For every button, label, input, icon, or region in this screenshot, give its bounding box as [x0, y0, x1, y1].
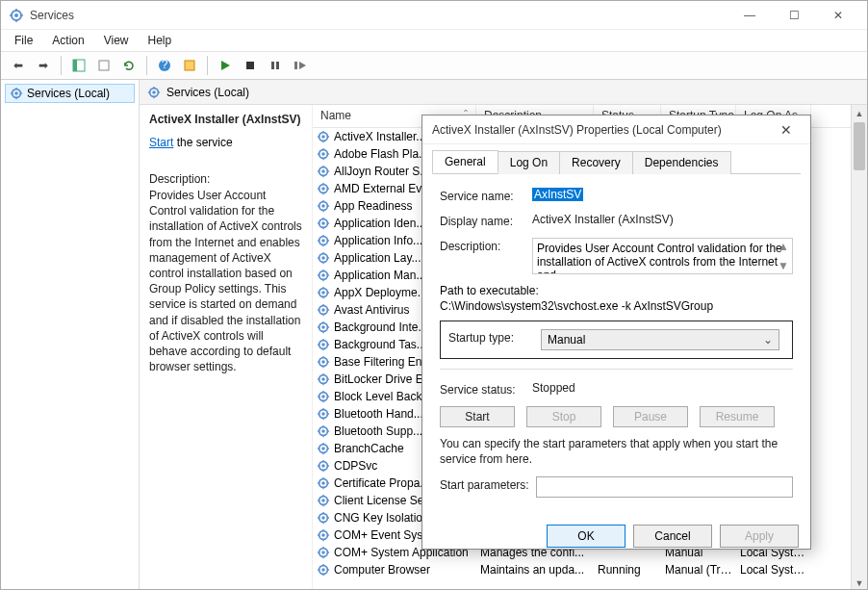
gear-icon	[317, 563, 330, 577]
gear-icon	[317, 269, 330, 282]
path-label: Path to executable:	[440, 284, 793, 297]
service-name-label: Service name:	[440, 188, 532, 203]
gear-icon	[317, 147, 330, 161]
back-button[interactable]: ⬅	[7, 54, 30, 77]
gear-icon	[317, 476, 330, 490]
service-status-value: Stopped	[532, 381, 793, 395]
service-row[interactable]: Computer BrowserMaintains an upda...Runn…	[313, 561, 867, 578]
minimize-button[interactable]: —	[728, 2, 771, 29]
tab-recovery[interactable]: Recovery	[559, 151, 633, 174]
service-name: CNG Key Isolatio...	[334, 511, 432, 525]
help-button[interactable]: ?	[153, 54, 176, 77]
description-text: Provides User Account Control validation…	[149, 188, 302, 374]
start-button[interactable]: Start	[440, 406, 515, 427]
svg-rect-13	[271, 62, 274, 69]
tree-pane: Services (Local)	[1, 80, 140, 590]
gear-icon	[317, 511, 330, 525]
properties-button[interactable]	[178, 54, 201, 77]
startup-type-value: Manual	[548, 333, 585, 346]
tree-root-services-local[interactable]: Services (Local)	[5, 84, 135, 103]
divider	[440, 369, 793, 370]
pause-button: Pause	[613, 406, 688, 427]
start-suffix: the service	[173, 136, 232, 149]
menu-file[interactable]: File	[7, 32, 40, 49]
selected-service-name: ActiveX Installer (AxInstSV)	[149, 113, 302, 126]
service-name: Background Tas...	[334, 338, 426, 351]
toolbar-separator	[146, 56, 147, 75]
service-name: Bluetooth Supp...	[334, 424, 422, 438]
svg-rect-7	[73, 60, 77, 71]
menu-help[interactable]: Help	[140, 32, 180, 49]
gear-icon	[317, 130, 330, 143]
start-params-label: Start parameters:	[440, 476, 536, 492]
start-service-line: Start the service	[149, 136, 302, 149]
tab-general[interactable]: General	[432, 150, 498, 173]
vertical-scrollbar[interactable]: ▲ ▼	[851, 105, 867, 590]
tab-dependencies[interactable]: Dependencies	[632, 151, 731, 174]
toolbar: ⬅ ➡ ?	[1, 51, 867, 80]
gear-icon	[10, 87, 23, 100]
gear-icon	[317, 182, 330, 195]
dialog-titlebar[interactable]: ActiveX Installer (AxInstSV) Properties …	[422, 115, 810, 144]
restart-service-button[interactable]	[289, 54, 312, 77]
service-name: BranchCache	[334, 442, 404, 455]
start-service-button[interactable]	[214, 54, 237, 77]
scroll-up-icon[interactable]: ▲	[778, 240, 791, 253]
detail-pane: ActiveX Installer (AxInstSV) Start the s…	[140, 105, 313, 590]
scroll-down-icon[interactable]: ▼	[852, 575, 867, 590]
menubar: File Action View Help	[1, 30, 867, 51]
apply-button: Apply	[720, 525, 799, 548]
startup-type-select[interactable]: Manual ⌄	[541, 329, 779, 350]
help-icon: ?	[158, 59, 171, 72]
maximize-button[interactable]: ☐	[773, 2, 815, 29]
service-name: ActiveX Installer...	[334, 130, 425, 143]
svg-rect-11	[185, 61, 194, 70]
tab-logon[interactable]: Log On	[498, 151, 560, 174]
gear-icon	[317, 217, 330, 230]
svg-rect-15	[294, 62, 297, 69]
stop-service-button[interactable]	[239, 54, 262, 77]
properties-dialog: ActiveX Installer (AxInstSV) Properties …	[421, 115, 811, 550]
service-name: Certificate Propa...	[334, 476, 429, 490]
dialog-tabs: General Log On Recovery Dependencies	[422, 144, 810, 173]
dialog-body: Service name: AxInstSV Display name: Act…	[432, 173, 801, 515]
service-name: CDPSvc	[334, 459, 377, 473]
toolbar-separator	[207, 56, 208, 75]
gear-icon	[317, 390, 330, 403]
ok-button[interactable]: OK	[547, 525, 625, 548]
dialog-close-button[interactable]: ✕	[772, 115, 801, 144]
cancel-button[interactable]: Cancel	[633, 525, 712, 548]
svg-text:?: ?	[162, 59, 168, 71]
service-name: Application Iden...	[334, 217, 425, 230]
service-name: COM+ Event Sys...	[334, 528, 432, 542]
dlg-description-box[interactable]: Provides User Account Control validation…	[532, 238, 793, 274]
scroll-up-icon[interactable]: ▲	[852, 105, 867, 121]
export-button[interactable]	[92, 54, 115, 77]
pause-service-button[interactable]	[264, 54, 287, 77]
gear-icon	[317, 165, 330, 178]
forward-button[interactable]: ➡	[32, 54, 55, 77]
menu-action[interactable]: Action	[44, 32, 91, 49]
service-name: BitLocker Drive E...	[334, 372, 433, 386]
gear-icon	[317, 234, 330, 247]
gear-icon	[317, 424, 330, 438]
scroll-thumb[interactable]	[854, 122, 865, 170]
scroll-down-icon[interactable]: ▼	[778, 259, 791, 272]
service-name-value[interactable]: AxInstSV	[532, 188, 583, 201]
show-hide-tree-button[interactable]	[67, 54, 90, 77]
display-name-label: Display name:	[440, 213, 532, 228]
svg-rect-12	[246, 62, 254, 69]
restart-icon	[294, 60, 307, 71]
refresh-button[interactable]	[117, 54, 140, 77]
service-startup: Manual (Trig...	[661, 563, 736, 577]
gear-icon	[317, 407, 330, 421]
startup-type-label: Startup type:	[448, 329, 541, 345]
close-button[interactable]: ✕	[817, 2, 859, 29]
pause-icon	[269, 60, 281, 71]
start-params-input[interactable]	[536, 476, 793, 498]
window-title: Services	[30, 9, 728, 22]
description-label: Description:	[149, 172, 302, 186]
start-link[interactable]: Start	[149, 136, 173, 149]
menu-view[interactable]: View	[96, 32, 137, 49]
service-name: Bluetooth Hand...	[334, 407, 423, 421]
